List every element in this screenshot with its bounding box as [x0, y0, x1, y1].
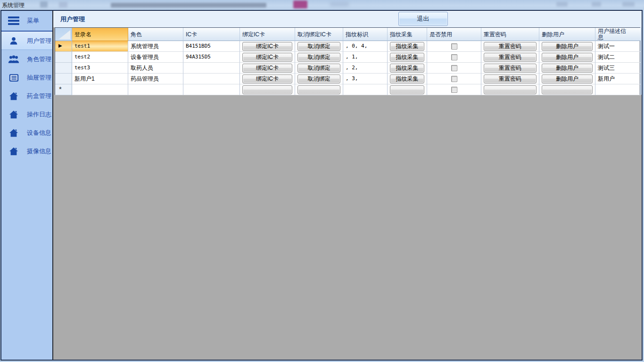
sidebar-item-label: 摄像信息	[27, 147, 51, 156]
delete-user-button[interactable]: 删除用户	[542, 53, 593, 62]
sidebar-item-operation-log[interactable]: 操作日志	[1, 105, 52, 123]
column-header-disabled[interactable]: 是否禁用	[427, 28, 481, 41]
description-cell[interactable]: 测试一	[595, 41, 641, 52]
fingerprint-id-cell[interactable]	[343, 84, 388, 95]
unbind-ic-cell	[295, 84, 343, 95]
table-row: test2 设备管理员 94A315D5 绑定IC卡 取消绑定 , 1, 指纹采…	[55, 52, 640, 63]
unbind-ic-button[interactable]: 取消绑定	[297, 64, 340, 73]
reset-password-button[interactable]: 重置密码	[484, 42, 537, 51]
description-cell[interactable]	[595, 84, 641, 95]
sidebar-item-role-management[interactable]: 角色管理	[1, 50, 52, 68]
login-cell[interactable]: test2	[72, 52, 128, 63]
row-selector[interactable]	[55, 52, 72, 63]
login-cell[interactable]: 新用户1	[72, 74, 128, 84]
disabled-cell	[427, 41, 481, 52]
unbind-ic-button[interactable]: 取消绑定	[297, 42, 340, 51]
fingerprint-id-cell[interactable]: , 3,	[343, 74, 388, 84]
fingerprint-id-cell[interactable]: , 1,	[343, 52, 388, 63]
new-row-selector[interactable]: *	[55, 84, 72, 95]
bind-ic-button[interactable]	[242, 85, 292, 94]
bind-ic-button[interactable]: 绑定IC卡	[242, 42, 292, 51]
row-selector[interactable]: ▶	[55, 41, 72, 52]
sidebar-item-drawer-management[interactable]: 抽屉管理	[1, 68, 52, 87]
sidebar-item-device-info[interactable]: 设备信息	[1, 123, 52, 142]
system-management-window: { "titlebar": { "title": "系统管理" }, "side…	[0, 0, 644, 362]
home-icon	[7, 109, 20, 120]
bind-ic-button[interactable]: 绑定IC卡	[242, 53, 292, 62]
login-cell[interactable]: test3	[72, 63, 128, 74]
fingerprint-collect-button[interactable]: 指纹采集	[390, 53, 424, 62]
fingerprint-collect-button[interactable]: 指纹采集	[390, 74, 424, 83]
delete-user-cell: 删除用户	[539, 52, 595, 63]
column-header-delete-user[interactable]: 删除用户	[539, 28, 595, 41]
bind-ic-button[interactable]: 绑定IC卡	[242, 64, 292, 73]
fingerprint-collect-cell: 指纹采集	[388, 52, 427, 63]
fingerprint-collect-button[interactable]	[390, 85, 424, 94]
reset-password-button[interactable]: 重置密码	[484, 53, 537, 62]
fingerprint-id-cell[interactable]: , 0, 4,	[343, 41, 388, 52]
column-header-fingerprint-id[interactable]: 指纹标识	[343, 28, 388, 41]
home-icon	[7, 90, 20, 102]
bind-ic-cell: 绑定IC卡	[240, 63, 295, 74]
sidebar-item-user-management[interactable]: 用户管理	[1, 32, 52, 50]
sidebar-item-medicine-box-management[interactable]: 药盒管理	[1, 87, 52, 105]
column-header-fingerprint-collect[interactable]: 指纹采集	[388, 28, 427, 41]
select-all-header[interactable]	[55, 28, 72, 41]
row-selector[interactable]	[55, 63, 72, 74]
column-header-description[interactable]: 用户描述信息	[595, 28, 641, 41]
disabled-checkbox[interactable]	[451, 43, 457, 49]
unbind-ic-button[interactable]	[297, 85, 340, 94]
column-header-bind-ic[interactable]: 绑定IC卡	[240, 28, 295, 41]
disabled-checkbox[interactable]	[451, 76, 457, 82]
description-cell[interactable]: 测试二	[595, 52, 641, 63]
description-cell[interactable]: 测试三	[595, 63, 641, 74]
sidebar-item-label: 设备信息	[27, 129, 51, 137]
fingerprint-collect-button[interactable]: 指纹采集	[390, 42, 424, 51]
ic-card-cell[interactable]	[183, 63, 240, 74]
login-cell[interactable]	[72, 84, 128, 95]
column-header-unbind-ic[interactable]: 取消绑定IC卡	[295, 28, 343, 41]
disabled-checkbox[interactable]	[451, 54, 457, 60]
description-cell[interactable]: 新用户	[595, 74, 641, 84]
fingerprint-collect-cell	[388, 84, 427, 95]
delete-user-button[interactable]	[542, 85, 593, 94]
reset-password-button[interactable]: 重置密码	[484, 64, 537, 73]
disabled-checkbox[interactable]	[451, 65, 457, 71]
row-selector[interactable]	[55, 74, 72, 84]
column-header-role[interactable]: 角色	[128, 28, 183, 41]
unbind-ic-cell: 取消绑定	[295, 63, 343, 74]
fingerprint-collect-button[interactable]: 指纹采集	[390, 64, 424, 73]
exit-button[interactable]: 退出	[398, 12, 448, 26]
menu-toggle[interactable]: 菜单	[1, 11, 52, 31]
reset-password-cell	[481, 84, 539, 95]
role-cell[interactable]: 系统管理员	[128, 41, 183, 52]
bind-ic-button[interactable]: 绑定IC卡	[242, 74, 292, 83]
reset-password-button[interactable]	[484, 85, 537, 94]
ic-card-cell[interactable]	[183, 84, 240, 95]
unbind-ic-button[interactable]: 取消绑定	[297, 53, 340, 62]
reset-password-button[interactable]: 重置密码	[484, 74, 537, 83]
ic-card-cell[interactable]: B4151BD5	[183, 41, 240, 52]
column-header-reset-password[interactable]: 重置密码	[481, 28, 539, 41]
column-header-ic-card[interactable]: IC卡	[183, 28, 240, 41]
ic-card-cell[interactable]: 94A315D5	[183, 52, 240, 63]
ic-card-cell[interactable]	[183, 74, 240, 84]
role-cell[interactable]	[128, 84, 183, 95]
sidebar-item-label: 角色管理	[27, 55, 51, 64]
sidebar-item-camera-info[interactable]: 摄像信息	[1, 142, 52, 160]
page-title: 用户管理	[60, 11, 85, 27]
unbind-ic-button[interactable]: 取消绑定	[297, 74, 340, 83]
delete-user-button[interactable]: 删除用户	[542, 42, 593, 51]
login-cell[interactable]: test1	[72, 41, 128, 52]
role-cell[interactable]: 设备管理员	[128, 52, 183, 63]
bind-ic-cell: 绑定IC卡	[240, 74, 295, 84]
disabled-checkbox[interactable]	[451, 87, 457, 93]
panel-header: 用户管理 退出	[53, 11, 642, 27]
window-titlebar[interactable]: 系统管理	[0, 0, 644, 10]
delete-user-button[interactable]: 删除用户	[542, 74, 593, 83]
fingerprint-id-cell[interactable]: , 2,	[343, 63, 388, 74]
column-header-login[interactable]: 登录名	[72, 28, 128, 41]
role-cell[interactable]: 药品管理员	[128, 74, 183, 84]
delete-user-button[interactable]: 删除用户	[542, 64, 593, 73]
role-cell[interactable]: 取药人员	[128, 63, 183, 74]
